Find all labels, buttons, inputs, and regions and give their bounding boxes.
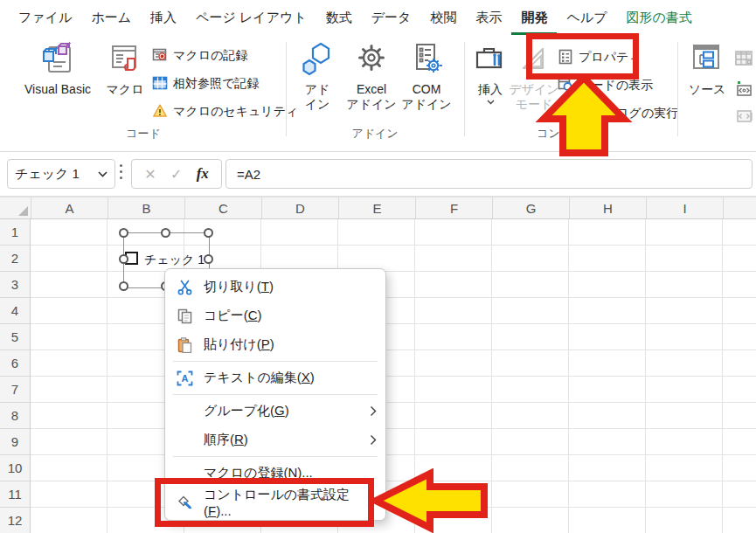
column-header-g[interactable]: G xyxy=(493,197,570,218)
ribbon-developer: Visual Basic マクロ xyxy=(0,35,756,152)
row-header-1[interactable]: 1 xyxy=(0,219,30,246)
formula-input[interactable]: =A2 xyxy=(225,159,753,189)
group-separator xyxy=(286,42,287,136)
macros-label: マクロ xyxy=(107,82,144,97)
name-box-chevron-down-icon[interactable] xyxy=(98,171,108,177)
copy-icon xyxy=(165,308,204,324)
svg-text:A: A xyxy=(181,373,188,384)
macro-security-icon xyxy=(152,103,168,121)
column-header-i[interactable]: I xyxy=(647,197,724,218)
row-header-7[interactable]: 7 xyxy=(0,377,30,403)
row-header-9[interactable]: 9 xyxy=(0,429,30,455)
addins-icon xyxy=(300,41,335,80)
row-header-2[interactable]: 2 xyxy=(0,246,30,272)
refresh-data-icon xyxy=(734,107,753,128)
select-all-triangle-icon xyxy=(18,206,28,216)
edit-text-icon: A xyxy=(165,370,204,386)
selection-handle[interactable] xyxy=(204,228,213,238)
menu-item-edit-text[interactable]: A テキストの編集(X) xyxy=(165,363,385,392)
relative-references-icon xyxy=(152,75,168,93)
relative-references-button[interactable]: 相対参照で記録 xyxy=(152,72,259,96)
column-header-partial[interactable] xyxy=(724,197,756,218)
insert-controls-button[interactable]: 挿入 xyxy=(470,41,510,105)
addins-button[interactable]: アド イン xyxy=(292,41,343,112)
selection-handle[interactable] xyxy=(119,254,128,264)
row-header-6[interactable]: 6 xyxy=(0,350,30,377)
row-headers: 1 2 3 4 5 6 7 8 9 10 11 12 xyxy=(0,219,31,533)
name-box-value: チェック 1 xyxy=(15,166,80,183)
tab-file[interactable]: ファイル xyxy=(9,0,81,35)
column-header-f[interactable]: F xyxy=(416,197,493,218)
row-header-8[interactable]: 8 xyxy=(0,403,30,429)
excel-addins-icon xyxy=(354,41,389,80)
selection-handle[interactable] xyxy=(161,228,170,238)
macros-button[interactable]: マクロ xyxy=(103,41,147,97)
com-addins-button[interactable]: COM アドイン xyxy=(400,41,453,112)
tab-formulas[interactable]: 数式 xyxy=(316,0,362,35)
column-header-d[interactable]: D xyxy=(262,197,339,218)
xml-source-button[interactable]: ソース xyxy=(685,41,729,97)
column-header-b[interactable]: B xyxy=(108,197,185,218)
annotation-box-format-control xyxy=(155,478,374,527)
refresh-data-button xyxy=(734,105,753,129)
ribbon-tab-bar: ファイル ホーム 挿入 ページ レイアウト 数式 データ 校閲 表示 開発 ヘル… xyxy=(0,0,756,35)
macro-security-label: マクロのセキュリティ xyxy=(173,104,298,120)
column-headers: A B C D E F G H I xyxy=(0,197,756,219)
submenu-arrow-icon xyxy=(370,434,377,446)
submenu-arrow-icon xyxy=(370,405,377,417)
insert-function-icon[interactable]: fx xyxy=(197,165,209,183)
group-separator xyxy=(677,42,678,136)
row-header-11[interactable]: 11 xyxy=(0,481,30,508)
expansion-packs-button[interactable] xyxy=(734,77,753,101)
formula-bar-grip-icon[interactable] xyxy=(120,164,122,179)
checkbox-label: チェック 1 xyxy=(144,253,205,268)
selection-handle[interactable] xyxy=(119,228,128,238)
name-box[interactable]: チェック 1 xyxy=(7,159,115,189)
column-header-a[interactable]: A xyxy=(31,197,108,218)
menu-item-order[interactable]: 順序(R) xyxy=(165,426,385,454)
excel-addins-button[interactable]: Excel アドイン xyxy=(344,41,399,112)
visual-basic-button[interactable]: Visual Basic xyxy=(14,41,101,97)
selection-handle[interactable] xyxy=(119,281,128,291)
annotation-arrow-left-icon xyxy=(371,468,489,533)
selection-handle[interactable] xyxy=(204,254,213,264)
row-header-12[interactable]: 12 xyxy=(0,508,30,533)
tab-help[interactable]: ヘルプ xyxy=(557,0,616,35)
tab-review[interactable]: 校閲 xyxy=(420,0,466,35)
formula-bar-strip: チェック 1 ✕ ✓ fx =A2 xyxy=(0,152,756,197)
row-header-5[interactable]: 5 xyxy=(0,324,30,350)
menu-item-cut[interactable]: 切り取り(T) xyxy=(165,273,385,301)
tab-developer[interactable]: 開発 xyxy=(511,0,557,35)
insert-controls-icon xyxy=(473,41,508,80)
column-header-h[interactable]: H xyxy=(570,197,647,218)
addins-label-1: アド xyxy=(305,82,330,97)
column-header-e[interactable]: E xyxy=(339,197,416,218)
xml-source-icon xyxy=(690,41,725,80)
select-all-button[interactable] xyxy=(0,197,31,218)
visual-basic-label: Visual Basic xyxy=(24,82,91,97)
addins-label-2: イン xyxy=(305,97,330,112)
map-properties-button xyxy=(734,47,753,72)
menu-separator xyxy=(173,456,378,457)
macro-security-button[interactable]: マクロのセキュリティ xyxy=(152,100,298,124)
tab-data[interactable]: データ xyxy=(362,0,421,35)
column-header-c[interactable]: C xyxy=(185,197,262,218)
com-addins-label-1: COM xyxy=(413,82,441,97)
menu-item-copy[interactable]: コピー(C) xyxy=(165,301,385,330)
tab-page-layout[interactable]: ページ レイアウト xyxy=(186,0,316,35)
enter-icon[interactable]: ✓ xyxy=(170,166,182,183)
tab-insert[interactable]: 挿入 xyxy=(141,0,186,35)
cancel-icon[interactable]: ✕ xyxy=(144,166,156,183)
menu-separator xyxy=(173,361,378,362)
group-separator xyxy=(464,42,465,136)
tab-home[interactable]: ホーム xyxy=(81,0,141,35)
record-macro-button[interactable]: マクロの記録 xyxy=(152,44,247,68)
menu-item-group[interactable]: グループ化(G) xyxy=(165,397,385,426)
menu-item-paste[interactable]: 貼り付け(P) xyxy=(165,330,385,359)
chevron-down-icon xyxy=(487,100,495,105)
row-header-10[interactable]: 10 xyxy=(0,455,30,481)
tab-shape-format[interactable]: 図形の書式 xyxy=(617,0,702,35)
row-header-3[interactable]: 3 xyxy=(0,272,30,298)
tab-view[interactable]: 表示 xyxy=(466,0,511,35)
row-header-4[interactable]: 4 xyxy=(0,298,30,324)
